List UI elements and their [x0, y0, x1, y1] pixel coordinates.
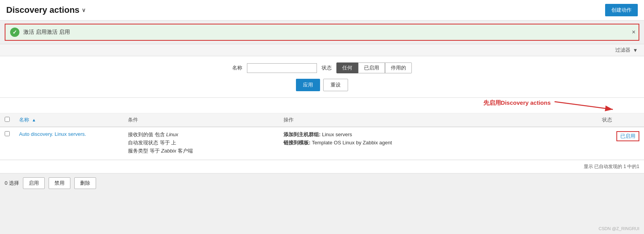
row-checkbox[interactable]: [5, 131, 10, 136]
delete-button[interactable]: 删除: [74, 177, 96, 189]
condition-1: 接收到的值 包含 Linux: [128, 131, 274, 138]
status-enabled-button[interactable]: 已启用: [358, 62, 385, 73]
name-input[interactable]: [247, 63, 317, 73]
notification-text: 激活 启用激活 启用: [23, 29, 70, 36]
table-row: Auto discovery. Linux servers. 接收到的值 包含 …: [0, 127, 644, 160]
disable-button[interactable]: 禁用: [49, 177, 70, 189]
annotation-text: 先启用Discovery actions: [483, 99, 551, 107]
row-name-cell: Auto discovery. Linux servers.: [14, 127, 123, 160]
dropdown-chevron[interactable]: ∨: [82, 7, 86, 13]
page-title: Discovery actions ∨: [6, 5, 86, 15]
filter-body: 名称 状态 任何 已启用 停用的 应用 重设: [0, 56, 644, 97]
table-header-row: 名称 ▲ 条件 操作 状态: [0, 113, 644, 127]
filter-header: 过滤器 ▼: [0, 44, 644, 56]
filter-row-name: 名称 状态 任何 已启用 停用的: [232, 62, 412, 73]
filter-icon: ▼: [633, 47, 638, 53]
reset-button[interactable]: 重设: [323, 79, 348, 91]
conditions-column-header: 条件: [123, 113, 279, 127]
row-conditions-cell: 接收到的值 包含 Linux 自动发现状态 等于 上 服务类型 等于 Zabbi…: [123, 127, 279, 160]
condition-2: 自动发现状态 等于 上: [128, 139, 274, 146]
condition-3: 服务类型 等于 Zabbix 客户端: [128, 147, 274, 154]
bottom-bar: 0 选择 启用 禁用 删除: [0, 173, 644, 193]
operations-column-header: 操作: [279, 113, 597, 127]
create-action-button[interactable]: 创建动作: [605, 4, 638, 16]
row-status-cell[interactable]: 已启用: [597, 127, 644, 160]
filter-actions: 应用 重设: [296, 79, 348, 91]
notification-bar: ✓ 激活 启用激活 启用 ×: [5, 24, 639, 41]
svg-line-1: [555, 102, 613, 109]
success-icon: ✓: [10, 28, 19, 37]
filter-section: 过滤器 ▼ 名称 状态 任何 已启用 停用的 应用 重设: [0, 44, 644, 98]
select-count: 0 选择: [5, 180, 19, 187]
notification-close-button[interactable]: ×: [632, 29, 635, 36]
page-header: Discovery actions ∨ 创建动作: [0, 0, 644, 21]
title-text: Discovery actions: [6, 5, 79, 15]
annotation-arrow: [551, 99, 621, 113]
action-link[interactable]: Auto discovery. Linux servers.: [19, 131, 86, 137]
status-disabled-button[interactable]: 停用的: [385, 62, 412, 73]
status-badge[interactable]: 已启用: [616, 131, 639, 141]
select-all-header[interactable]: [0, 113, 14, 127]
status-any-button[interactable]: 任何: [336, 62, 358, 73]
row-checkbox-cell[interactable]: [0, 127, 14, 160]
table-section: 名称 ▲ 条件 操作 状态 Auto discovery. Linux serv…: [0, 113, 644, 173]
status-group: 任何 已启用 停用的: [336, 62, 412, 73]
name-column-header[interactable]: 名称 ▲: [14, 113, 123, 127]
sort-arrow: ▲: [32, 118, 36, 122]
apply-button[interactable]: 应用: [296, 79, 320, 91]
status-column-header: 状态: [597, 113, 644, 127]
operation-2: 链接到模板: Template OS Linux by Zabbix agent: [284, 139, 593, 146]
status-label: 状态: [322, 64, 332, 71]
op1-label: 添加到主机群组:: [284, 132, 320, 137]
row-operations-cell: 添加到主机群组: Linux servers 链接到模板: Template O…: [279, 127, 597, 160]
enable-button[interactable]: 启用: [23, 177, 45, 189]
filter-label: 过滤器: [615, 47, 630, 54]
op2-label: 链接到模板:: [284, 140, 310, 146]
select-all-checkbox[interactable]: [5, 117, 10, 122]
name-label: 名称: [232, 64, 242, 71]
footer-info: 显示 已自动发现的 1 中的1: [0, 160, 644, 173]
data-table: 名称 ▲ 条件 操作 状态 Auto discovery. Linux serv…: [0, 113, 644, 160]
operation-1: 添加到主机群组: Linux servers: [284, 131, 593, 138]
